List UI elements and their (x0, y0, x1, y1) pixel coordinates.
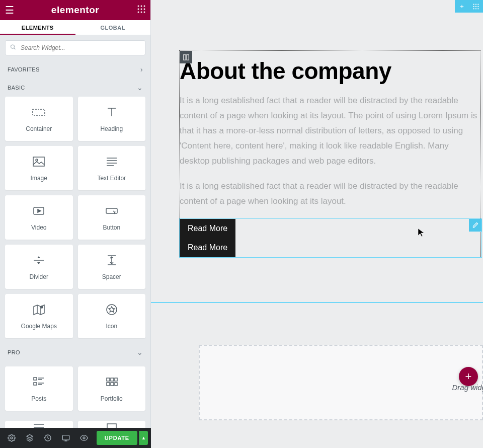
icon-icon (105, 303, 119, 317)
widget-portfolio[interactable]: Portfolio (78, 366, 146, 411)
svg-point-0 (138, 6, 139, 7)
widget-posts[interactable]: Posts (5, 366, 73, 411)
widget-heading[interactable]: Heading (78, 97, 146, 141)
tab-elements[interactable]: ELEMENTS (0, 20, 75, 35)
history-button[interactable] (39, 429, 56, 446)
svg-point-45 (83, 437, 85, 439)
widget-image[interactable]: Image (5, 146, 73, 190)
svg-rect-33 (115, 378, 117, 381)
menu-icon[interactable]: ☰ (5, 4, 14, 16)
add-section-button[interactable]: + (455, 0, 469, 13)
apps-icon[interactable] (137, 5, 145, 15)
editor-sidebar: ☰ elementor ELEMENTS GLOBAL FAVORITES › … (0, 0, 151, 448)
widget-label: Divider (30, 273, 48, 280)
widget-icon[interactable]: Icon (78, 294, 146, 338)
button-icon (105, 204, 119, 218)
text-editor-widget[interactable]: It is a long established fact that a rea… (180, 88, 480, 209)
preview-button[interactable] (75, 429, 93, 446)
widget-label: Container (26, 125, 52, 132)
svg-point-9 (11, 45, 15, 48)
category-basic[interactable]: BASIC ⌄ (0, 79, 150, 97)
widget-text-editor[interactable]: Text Editor (78, 146, 146, 190)
widget-label: Posts (31, 395, 46, 402)
paragraph: It is a long established fact that a rea… (180, 93, 480, 169)
category-label: FAVORITES (8, 66, 40, 72)
column[interactable]: About the company It is a long establish… (179, 50, 481, 258)
svg-point-6 (138, 12, 139, 13)
page-heading[interactable]: About the company (180, 51, 480, 88)
widget-label: Heading (100, 125, 123, 132)
widget-label: Portfolio (101, 395, 123, 402)
image-icon (32, 155, 46, 169)
widget-container[interactable]: Container (5, 97, 73, 141)
svg-rect-12 (33, 157, 44, 166)
edit-widget-button[interactable] (469, 219, 481, 232)
widget-divider[interactable]: Divider (5, 245, 73, 289)
column-handle[interactable] (180, 51, 192, 63)
drag-section-button[interactable] (469, 0, 483, 13)
tab-global[interactable]: GLOBAL (75, 20, 151, 35)
widgets-panel: Container Heading Image Text Editor Vide… (0, 97, 150, 448)
search-icon (10, 44, 16, 52)
category-pro[interactable]: PRO ⌄ (0, 343, 150, 361)
svg-rect-42 (62, 435, 69, 440)
search-input[interactable] (5, 40, 145, 55)
empty-section[interactable]: + Drag widg (199, 345, 483, 420)
svg-point-48 (477, 4, 478, 5)
svg-point-8 (144, 12, 145, 13)
svg-rect-34 (107, 383, 110, 386)
svg-point-3 (138, 9, 139, 10)
app-logo: elementor (51, 5, 99, 16)
drag-hint: Drag widg (452, 383, 483, 392)
chevron-down-icon: ⌄ (137, 348, 143, 356)
update-button[interactable]: UPDATE (97, 431, 137, 445)
widget-google-maps[interactable]: Google Maps (5, 294, 73, 338)
update-options-button[interactable]: ▲ (139, 431, 148, 445)
svg-rect-31 (107, 378, 110, 381)
svg-point-7 (141, 12, 142, 13)
settings-button[interactable] (3, 429, 20, 446)
svg-point-54 (477, 8, 478, 9)
widget-label: Video (31, 224, 46, 231)
svg-rect-11 (33, 109, 45, 115)
container-icon (32, 105, 46, 119)
widget-label: Image (31, 175, 47, 182)
svg-point-50 (475, 6, 476, 7)
panel-tabs: ELEMENTS GLOBAL (0, 20, 150, 35)
widget-button[interactable]: Button (78, 195, 146, 240)
chevron-down-icon: ⌄ (137, 84, 143, 92)
svg-point-47 (475, 4, 476, 5)
svg-line-10 (14, 48, 16, 49)
svg-rect-25 (34, 378, 37, 380)
search-wrap (0, 35, 150, 60)
button-widget-selected[interactable]: Read More Read More (180, 219, 481, 257)
svg-rect-32 (111, 378, 114, 381)
text-icon (105, 155, 119, 169)
chevron-right-icon: › (140, 65, 143, 73)
widget-spacer[interactable]: Spacer (78, 245, 146, 289)
svg-point-1 (141, 6, 142, 7)
navigator-button[interactable] (21, 429, 38, 446)
widget-video[interactable]: Video (5, 195, 73, 240)
widget-label: Button (103, 224, 120, 231)
read-more-button[interactable]: Read More (180, 238, 235, 257)
paragraph: It is a long established fact that a rea… (180, 179, 480, 209)
widget-label: Spacer (102, 273, 121, 280)
section[interactable]: + About the company It is a long establi… (151, 0, 483, 302)
section-handle: + (455, 0, 483, 13)
svg-point-46 (473, 4, 474, 5)
portfolio-icon (105, 375, 119, 389)
update-label: UPDATE (105, 435, 129, 441)
editor-canvas: + About the company It is a long establi… (151, 0, 483, 448)
widget-label: Icon (106, 323, 117, 330)
svg-point-51 (477, 6, 478, 7)
svg-point-49 (473, 6, 474, 7)
category-label: PRO (8, 349, 20, 355)
responsive-button[interactable] (57, 429, 74, 446)
sidebar-header: ☰ elementor (0, 0, 150, 20)
category-favorites[interactable]: FAVORITES › (0, 60, 150, 79)
svg-point-13 (36, 159, 38, 161)
svg-point-52 (473, 8, 474, 9)
svg-point-2 (144, 6, 145, 7)
read-more-button[interactable]: Read More (180, 219, 235, 238)
